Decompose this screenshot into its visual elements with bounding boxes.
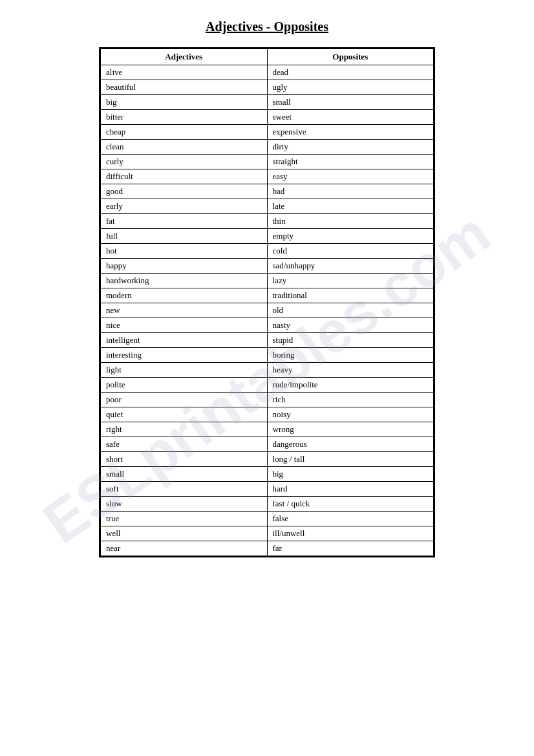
opposite-cell: sweet xyxy=(267,110,434,125)
table-row: softhard xyxy=(101,482,434,497)
opposite-cell: heavy xyxy=(267,363,434,378)
table-row: earlylate xyxy=(101,199,434,214)
table-row: slowfast / quick xyxy=(101,497,434,512)
table-row: shortlong / tall xyxy=(101,452,434,467)
table-row: curlystraight xyxy=(101,155,434,169)
table-row: politerude/impolite xyxy=(101,378,434,393)
opposite-cell: dangerous xyxy=(267,437,434,452)
opposite-cell: traditional xyxy=(267,288,434,303)
table-row: fullempty xyxy=(101,229,434,244)
opposite-cell: easy xyxy=(267,169,434,184)
opposite-cell: dirty xyxy=(267,140,434,155)
opposite-cell: straight xyxy=(267,155,434,169)
adjective-cell: interesting xyxy=(101,348,268,363)
opposite-cell: cold xyxy=(267,244,434,259)
opposite-cell: dead xyxy=(267,65,434,80)
table-row: smallbig xyxy=(101,467,434,482)
adjective-cell: right xyxy=(101,422,268,437)
table-row: nearfar xyxy=(101,541,434,556)
adjective-cell: fat xyxy=(101,214,268,229)
opposite-cell: nasty xyxy=(267,318,434,333)
adjective-cell: light xyxy=(101,363,268,378)
main-table-wrapper: Adjectives Opposites alivedeadbeautifulu… xyxy=(99,47,435,557)
adjective-cell: quiet xyxy=(101,407,268,422)
opposite-cell: sad/unhappy xyxy=(267,259,434,274)
opposite-cell: noisy xyxy=(267,407,434,422)
adjective-cell: alive xyxy=(101,65,268,80)
adjective-cell: beautiful xyxy=(101,80,268,95)
table-row: safedangerous xyxy=(101,437,434,452)
table-row: alivedead xyxy=(101,65,434,80)
adjective-cell: clean xyxy=(101,140,268,155)
adjective-cell: well xyxy=(101,526,268,541)
adjective-cell: safe xyxy=(101,437,268,452)
opposite-cell: far xyxy=(267,541,434,556)
adjective-cell: big xyxy=(101,95,268,110)
adjective-cell: new xyxy=(101,303,268,318)
table-row: hardworkinglazy xyxy=(101,274,434,288)
page-title: Adjectives - Opposites xyxy=(39,19,495,34)
opposite-cell: old xyxy=(267,303,434,318)
adjective-cell: modern xyxy=(101,288,268,303)
table-row: goodbad xyxy=(101,184,434,199)
table-row: cleandirty xyxy=(101,140,434,155)
opposite-cell: fast / quick xyxy=(267,497,434,512)
table-row: bittersweet xyxy=(101,110,434,125)
opposite-cell: rich xyxy=(267,393,434,407)
table-row: fatthin xyxy=(101,214,434,229)
table-row: difficulteasy xyxy=(101,169,434,184)
adjective-cell: good xyxy=(101,184,268,199)
adjective-cell: hot xyxy=(101,244,268,259)
adjective-cell: slow xyxy=(101,497,268,512)
table-row: cheapexpensive xyxy=(101,125,434,140)
adjective-cell: curly xyxy=(101,155,268,169)
adjective-cell: early xyxy=(101,199,268,214)
adjective-cell: intelligent xyxy=(101,333,268,348)
table-row: interestingboring xyxy=(101,348,434,363)
table-row: quietnoisy xyxy=(101,407,434,422)
table-header-row: Adjectives Opposites xyxy=(101,49,434,65)
table-row: truefalse xyxy=(101,512,434,526)
table-row: hotcold xyxy=(101,244,434,259)
col-opposites-header: Opposites xyxy=(267,49,434,65)
table-row: lightheavy xyxy=(101,363,434,378)
opposite-cell: wrong xyxy=(267,422,434,437)
adjective-cell: full xyxy=(101,229,268,244)
opposite-cell: lazy xyxy=(267,274,434,288)
table-row: wellill/unwell xyxy=(101,526,434,541)
opposite-cell: hard xyxy=(267,482,434,497)
adjective-cell: near xyxy=(101,541,268,556)
adjective-cell: hardworking xyxy=(101,274,268,288)
table-row: poorrich xyxy=(101,393,434,407)
opposite-cell: false xyxy=(267,512,434,526)
adjective-cell: true xyxy=(101,512,268,526)
opposite-cell: small xyxy=(267,95,434,110)
adjective-cell: bitter xyxy=(101,110,268,125)
opposite-cell: big xyxy=(267,467,434,482)
opposite-cell: rude/impolite xyxy=(267,378,434,393)
adjective-cell: happy xyxy=(101,259,268,274)
adjective-cell: polite xyxy=(101,378,268,393)
adjective-cell: poor xyxy=(101,393,268,407)
table-row: bigsmall xyxy=(101,95,434,110)
table-row: newold xyxy=(101,303,434,318)
table-row: moderntraditional xyxy=(101,288,434,303)
opposite-cell: thin xyxy=(267,214,434,229)
adjective-cell: cheap xyxy=(101,125,268,140)
table-row: rightwrong xyxy=(101,422,434,437)
opposite-cell: empty xyxy=(267,229,434,244)
opposite-cell: expensive xyxy=(267,125,434,140)
opposite-cell: stupid xyxy=(267,333,434,348)
table-row: beautifulugly xyxy=(101,80,434,95)
opposite-cell: ill/unwell xyxy=(267,526,434,541)
adjectives-table: Adjectives Opposites alivedeadbeautifulu… xyxy=(100,49,434,556)
opposite-cell: bad xyxy=(267,184,434,199)
col-adjectives-header: Adjectives xyxy=(101,49,268,65)
opposite-cell: late xyxy=(267,199,434,214)
adjective-cell: short xyxy=(101,452,268,467)
table-row: happysad/unhappy xyxy=(101,259,434,274)
table-row: intelligentstupid xyxy=(101,333,434,348)
table-row: nicenasty xyxy=(101,318,434,333)
adjective-cell: nice xyxy=(101,318,268,333)
adjective-cell: difficult xyxy=(101,169,268,184)
